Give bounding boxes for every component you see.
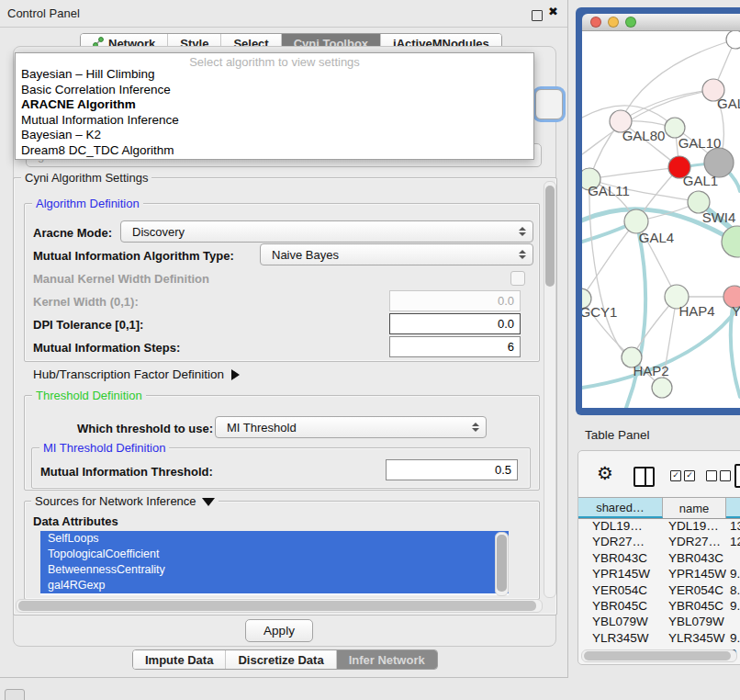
sources-title-label: Sources for Network Inference bbox=[35, 494, 196, 508]
algorithm-option[interactable]: Basic Correlation Inference bbox=[19, 83, 530, 98]
cyni-algorithm-settings-title: Cyni Algorithm Settings bbox=[21, 171, 151, 185]
table-cell: YER054C bbox=[663, 583, 726, 599]
control-panel: Control Panel ✖ NetworkStyleSelectCyni T… bbox=[0, 0, 568, 678]
settings-vscroll-thumb[interactable] bbox=[545, 186, 555, 287]
table-row[interactable]: YBR043CYBR043C bbox=[578, 551, 740, 567]
close-traffic-light[interactable] bbox=[590, 17, 601, 28]
table-cell: 13 bbox=[726, 519, 740, 535]
mi-type-value: Naive Bayes bbox=[272, 248, 339, 262]
document-icon[interactable] bbox=[734, 464, 740, 488]
table-row[interactable]: YER054CYER054C8. bbox=[578, 583, 740, 599]
mi-type-combo[interactable]: Naive Bayes bbox=[260, 243, 533, 265]
tab-impute-data[interactable]: Impute Data bbox=[133, 650, 226, 669]
table-cell: YDL19… bbox=[663, 519, 726, 535]
node-label: GAL bbox=[717, 96, 740, 111]
table-cell: YBL079W bbox=[663, 615, 726, 630]
node-label: GCY1 bbox=[582, 304, 617, 320]
network-node[interactable] bbox=[652, 378, 672, 398]
minimize-traffic-light[interactable] bbox=[608, 17, 619, 28]
bottom-tabbar: Impute DataDiscretize DataInfer Network bbox=[132, 649, 438, 670]
which-threshold-value: MI Threshold bbox=[227, 421, 297, 435]
column-header[interactable] bbox=[726, 498, 740, 518]
data-attributes-list: SelfLoopsTopologicalCoefficientBetweenne… bbox=[40, 531, 509, 595]
attributes-scroll-thumb[interactable] bbox=[497, 535, 507, 592]
network-edge bbox=[621, 90, 713, 121]
mi-threshold-field[interactable]: 0.5 bbox=[386, 459, 518, 480]
aracne-mode-label: Aracne Mode: bbox=[33, 226, 112, 240]
tab-label: Infer Network bbox=[349, 653, 425, 667]
column-header[interactable]: name bbox=[663, 498, 726, 518]
settings-horizontal-scrollbar[interactable] bbox=[16, 599, 543, 613]
table-cell: 9. bbox=[726, 631, 740, 647]
manual-kernel-checkbox[interactable] bbox=[510, 271, 525, 286]
network-window-titlebar[interactable] bbox=[582, 14, 740, 31]
table-cell: YBR043C bbox=[663, 551, 726, 567]
attribute-item[interactable]: TopologicalCoefficient bbox=[40, 547, 509, 562]
table-cell: 9. bbox=[726, 599, 740, 615]
algorithm-option[interactable]: Bayesian – Hill Climbing bbox=[19, 67, 530, 83]
threshold-definition-title: Threshold Definition bbox=[32, 389, 146, 402]
table-row[interactable]: YBL079WYBL079W bbox=[578, 615, 740, 630]
split-columns-icon[interactable] bbox=[633, 467, 655, 487]
table-cell: YDL19… bbox=[578, 519, 663, 535]
table-row[interactable]: YPR145WYPR145W9. bbox=[578, 567, 740, 582]
node-label: HAP4 bbox=[678, 303, 714, 319]
algorithm-option[interactable]: Mutual Information Inference bbox=[19, 113, 530, 129]
bottom-left-widget[interactable] bbox=[5, 689, 25, 700]
table-cell: YDR27… bbox=[663, 535, 726, 550]
table-cell: YPR145W bbox=[578, 567, 663, 582]
kernel-width-field[interactable]: 0.0 bbox=[389, 290, 521, 311]
apply-button[interactable]: Apply bbox=[245, 619, 313, 642]
table-cell: YLR345W bbox=[663, 631, 726, 647]
network-node[interactable] bbox=[722, 226, 740, 257]
attribute-item[interactable]: SelfLoops bbox=[40, 531, 509, 547]
algorithm-option[interactable]: ARACNE Algorithm bbox=[19, 97, 530, 113]
float-window-icon[interactable] bbox=[532, 10, 543, 21]
unchecked-boxes-icon[interactable] bbox=[706, 470, 731, 481]
attributes-list-scrollbar[interactable] bbox=[495, 532, 509, 596]
hub-definition-toggle[interactable]: Hub/Transcription Factor Definition bbox=[33, 367, 240, 381]
table-row[interactable]: YBR045CYBR045C9. bbox=[578, 599, 740, 615]
sources-title[interactable]: Sources for Network Inference bbox=[31, 494, 219, 508]
mi-steps-field[interactable]: 6 bbox=[389, 336, 521, 357]
node-label: GAL80 bbox=[622, 128, 666, 143]
which-threshold-combo[interactable]: MI Threshold bbox=[215, 416, 487, 438]
gear-icon[interactable]: ⚙ bbox=[597, 462, 613, 484]
settings-vertical-scrollbar[interactable] bbox=[544, 181, 556, 598]
table-row[interactable]: YDL19…YDL19…13 bbox=[578, 519, 740, 535]
table-cell: 8. bbox=[726, 583, 740, 599]
control-panel-titlebar bbox=[0, 0, 567, 28]
algorithm-popup-list: Bayesian – Hill ClimbingBasic Correlatio… bbox=[19, 67, 530, 159]
algorithm-popup: Select algorithm to view settings Bayesi… bbox=[15, 52, 534, 160]
network-edge bbox=[626, 221, 645, 408]
table-row[interactable]: YDR27…YDR27…12 bbox=[578, 535, 740, 550]
column-header[interactable]: shared… bbox=[578, 498, 663, 518]
node-label: Y bbox=[732, 303, 740, 319]
attribute-item[interactable]: BetweennessCentrality bbox=[40, 562, 509, 578]
table-cell: YDR27… bbox=[578, 535, 663, 550]
stepper-icon bbox=[519, 250, 526, 259]
attribute-item[interactable]: gal4RGexp bbox=[40, 578, 509, 593]
algorithm-combo-fragment[interactable] bbox=[535, 89, 563, 119]
table-hscroll-thumb[interactable] bbox=[584, 651, 731, 660]
tab-infer-network[interactable]: Infer Network bbox=[337, 650, 437, 669]
checked-boxes-icon[interactable]: ✓✓ bbox=[670, 470, 695, 481]
hub-definition-label: Hub/Transcription Factor Definition bbox=[33, 367, 224, 381]
which-threshold-label: Which threshold to use: bbox=[77, 422, 213, 435]
close-icon[interactable]: ✖ bbox=[548, 5, 558, 18]
node-label: HAP2 bbox=[633, 363, 668, 378]
algorithm-option[interactable]: Dream8 DC_TDC Algorithm bbox=[19, 143, 530, 159]
table-body: YDL19…YDL19…13YDR27…YDR27…12YBR043CYBR04… bbox=[578, 519, 740, 665]
tab-strip: Impute DataDiscretize DataInfer Network bbox=[132, 649, 438, 670]
aracne-mode-combo[interactable]: Discovery bbox=[120, 220, 533, 243]
settings-hscroll-thumb[interactable] bbox=[18, 601, 536, 611]
table-row[interactable]: YLR345WYLR345W9. bbox=[578, 631, 740, 647]
mi-type-label: Mutual Information Algorithm Type: bbox=[33, 249, 234, 263]
network-view[interactable]: GALGAL80GAL10GAL1GAL11SWI4GAL4GCY1HAP4YH… bbox=[582, 31, 740, 408]
table-horizontal-scrollbar[interactable] bbox=[581, 649, 737, 662]
tab-discretize-data[interactable]: Discretize Data bbox=[226, 650, 336, 669]
zoom-traffic-light[interactable] bbox=[625, 17, 636, 28]
dpi-tolerance-field[interactable]: 0.0 bbox=[389, 313, 521, 334]
network-node[interactable] bbox=[726, 31, 740, 49]
algorithm-option[interactable]: Bayesian – K2 bbox=[19, 128, 530, 143]
